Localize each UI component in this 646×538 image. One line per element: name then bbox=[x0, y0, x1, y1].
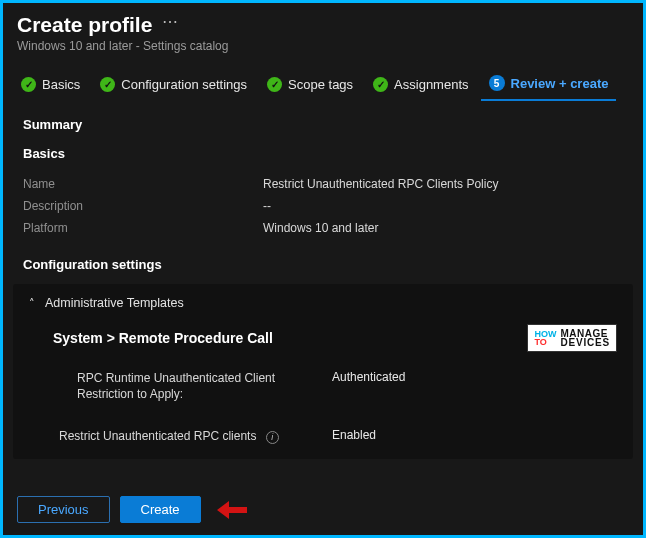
setting-value: Authenticated bbox=[332, 370, 405, 384]
setting-label: RPC Runtime Unauthenticated Client Restr… bbox=[77, 370, 332, 402]
basics-heading: Basics bbox=[23, 146, 623, 161]
step-label: Configuration settings bbox=[121, 77, 247, 92]
setting-path: System > Remote Procedure Call bbox=[53, 330, 273, 346]
content-area: Summary Basics Name Restrict Unauthentic… bbox=[3, 101, 643, 486]
step-label: Review + create bbox=[511, 76, 609, 91]
check-icon: ✓ bbox=[267, 77, 282, 92]
previous-button[interactable]: Previous bbox=[17, 496, 110, 523]
more-actions-icon[interactable]: ⋯ bbox=[162, 12, 179, 31]
value: -- bbox=[263, 199, 271, 213]
arrow-annotation-icon bbox=[217, 501, 251, 519]
wizard-steps: ✓ Basics ✓ Configuration settings ✓ Scop… bbox=[3, 59, 643, 101]
label: Platform bbox=[23, 221, 263, 235]
watermark-logo: HOW TO MANAGE DEVICES bbox=[527, 324, 617, 352]
chevron-up-icon: ˄ bbox=[29, 297, 35, 310]
page-header: Create profile ⋯ Windows 10 and later - … bbox=[3, 3, 643, 59]
basics-row-name: Name Restrict Unauthenticated RPC Client… bbox=[23, 173, 623, 195]
basics-row-platform: Platform Windows 10 and later bbox=[23, 217, 623, 239]
page-subtitle: Windows 10 and later - Settings catalog bbox=[17, 39, 629, 53]
step-basics[interactable]: ✓ Basics bbox=[13, 71, 88, 100]
step-label: Basics bbox=[42, 77, 80, 92]
label: Name bbox=[23, 177, 263, 191]
basics-row-description: Description -- bbox=[23, 195, 623, 217]
setting-path-row: System > Remote Procedure Call HOW TO MA… bbox=[53, 324, 617, 352]
value: Windows 10 and later bbox=[263, 221, 378, 235]
setting-value: Enabled bbox=[332, 428, 376, 442]
admin-templates-toggle[interactable]: ˄ Administrative Templates bbox=[29, 296, 617, 310]
group-label: Administrative Templates bbox=[45, 296, 184, 310]
step-number-icon: 5 bbox=[489, 75, 505, 91]
step-label: Scope tags bbox=[288, 77, 353, 92]
step-label: Assignments bbox=[394, 77, 468, 92]
config-settings-panel: ˄ Administrative Templates System > Remo… bbox=[13, 284, 633, 459]
setting-row: Restrict Unauthenticated RPC clients i E… bbox=[59, 428, 617, 444]
check-icon: ✓ bbox=[100, 77, 115, 92]
summary-heading: Summary bbox=[23, 117, 623, 132]
step-review-create[interactable]: 5 Review + create bbox=[481, 69, 617, 101]
check-icon: ✓ bbox=[21, 77, 36, 92]
info-icon[interactable]: i bbox=[266, 431, 279, 444]
step-configuration-settings[interactable]: ✓ Configuration settings bbox=[92, 71, 255, 100]
check-icon: ✓ bbox=[373, 77, 388, 92]
config-heading: Configuration settings bbox=[23, 257, 623, 272]
step-scope-tags[interactable]: ✓ Scope tags bbox=[259, 71, 361, 100]
page-title: Create profile bbox=[17, 13, 152, 37]
value: Restrict Unauthenticated RPC Clients Pol… bbox=[263, 177, 498, 191]
setting-label: Restrict Unauthenticated RPC clients i bbox=[59, 428, 332, 444]
label: Description bbox=[23, 199, 263, 213]
setting-row: RPC Runtime Unauthenticated Client Restr… bbox=[77, 370, 617, 402]
step-assignments[interactable]: ✓ Assignments bbox=[365, 71, 476, 100]
create-button[interactable]: Create bbox=[120, 496, 201, 523]
wizard-footer: Previous Create bbox=[3, 486, 643, 535]
